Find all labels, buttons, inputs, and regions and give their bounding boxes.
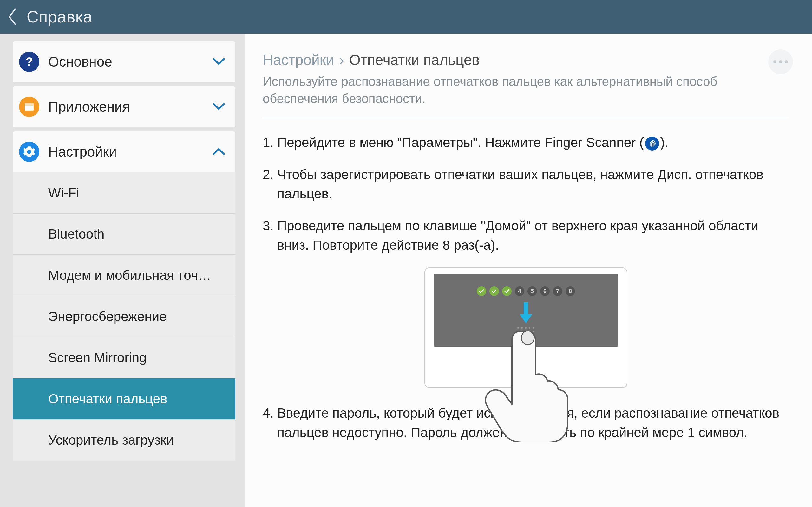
svg-marker-3 xyxy=(519,314,532,323)
sidebar-section-label: Настройки xyxy=(48,144,212,160)
badge-number: 5 xyxy=(527,286,537,296)
svg-rect-2 xyxy=(524,302,528,315)
sidebar-section-apps[interactable]: Приложения xyxy=(13,86,235,127)
sidebar-settings-list: Wi-Fi Bluetooth Модем и мобильная точ… Э… xyxy=(13,172,235,461)
instruction-list-cont: Введите пароль, который будет использова… xyxy=(263,404,789,442)
fingerprint-icon xyxy=(645,136,659,151)
content-pane: Настройки › Отпечатки пальцев Используйт… xyxy=(245,34,812,507)
badge-done xyxy=(502,286,512,296)
sidebar-item-bluetooth[interactable]: Bluetooth xyxy=(13,214,235,255)
sidebar-section-label: Основное xyxy=(48,54,212,70)
step-1: Перейдите в меню "Параметры". Нажмите Fi… xyxy=(263,133,789,153)
tablet-graphic: 4 5 6 7 8 xyxy=(424,268,627,388)
badge-number: 7 xyxy=(553,286,562,296)
question-icon: ? xyxy=(19,52,39,72)
instruction-list: Перейдите в меню "Параметры". Нажмите Fi… xyxy=(263,133,789,255)
swipe-target-dots xyxy=(517,327,535,339)
dots-icon xyxy=(773,60,776,63)
divider xyxy=(263,117,789,117)
body: ? Основное Приложения Настройки xyxy=(0,34,812,507)
sidebar-section-settings[interactable]: Настройки xyxy=(13,131,235,172)
sidebar-item-fingerprints[interactable]: Отпечатки пальцев xyxy=(13,378,235,419)
content-subtitle: Используйте распознавание отпечатков пал… xyxy=(263,73,757,107)
gear-icon xyxy=(19,142,39,162)
sidebar-section-general[interactable]: ? Основное xyxy=(13,41,235,82)
badge-number: 6 xyxy=(540,286,550,296)
badge-number: 4 xyxy=(515,286,524,296)
apps-icon xyxy=(19,97,39,117)
badge-done xyxy=(490,286,499,296)
page-title: Справка xyxy=(27,7,93,26)
fingerprint-illustration: 4 5 6 7 8 xyxy=(263,268,789,388)
breadcrumb-current: Отпечатки пальцев xyxy=(349,51,479,68)
sidebar: ? Основное Приложения Настройки xyxy=(0,34,245,507)
sidebar-item-download-booster[interactable]: Ускоритель загрузки xyxy=(13,419,235,461)
badge-done xyxy=(477,286,486,296)
chevron-up-icon xyxy=(212,145,226,159)
chevron-right-icon: › xyxy=(339,51,344,68)
arrow-down-icon xyxy=(519,302,533,326)
svg-rect-1 xyxy=(25,103,34,106)
step-3: Проведите пальцем по клавише "Домой" от … xyxy=(263,216,789,255)
sidebar-item-power-saving[interactable]: Энергосбережение xyxy=(13,296,235,337)
step-4: Введите пароль, который будет использова… xyxy=(263,404,789,442)
step-2: Чтобы зарегистрировать отпечатки ваших п… xyxy=(263,165,789,204)
sidebar-item-wifi[interactable]: Wi-Fi xyxy=(13,172,235,214)
tablet-screen: 4 5 6 7 8 xyxy=(434,274,618,347)
sidebar-item-screen-mirroring[interactable]: Screen Mirroring xyxy=(13,337,235,378)
chevron-down-icon xyxy=(212,55,226,69)
back-button[interactable] xyxy=(6,10,19,23)
sidebar-section-label: Приложения xyxy=(48,99,212,115)
home-key xyxy=(515,378,537,380)
app-header: Справка xyxy=(0,0,812,34)
more-button[interactable] xyxy=(768,49,793,74)
breadcrumb: Настройки › Отпечатки пальцев xyxy=(263,51,789,68)
chevron-down-icon xyxy=(212,100,226,114)
sidebar-item-tethering[interactable]: Модем и мобильная точ… xyxy=(13,255,235,296)
badge-number: 8 xyxy=(565,286,575,296)
breadcrumb-parent[interactable]: Настройки xyxy=(263,51,334,68)
progress-badges: 4 5 6 7 8 xyxy=(434,286,618,296)
chevron-left-icon xyxy=(7,8,18,25)
